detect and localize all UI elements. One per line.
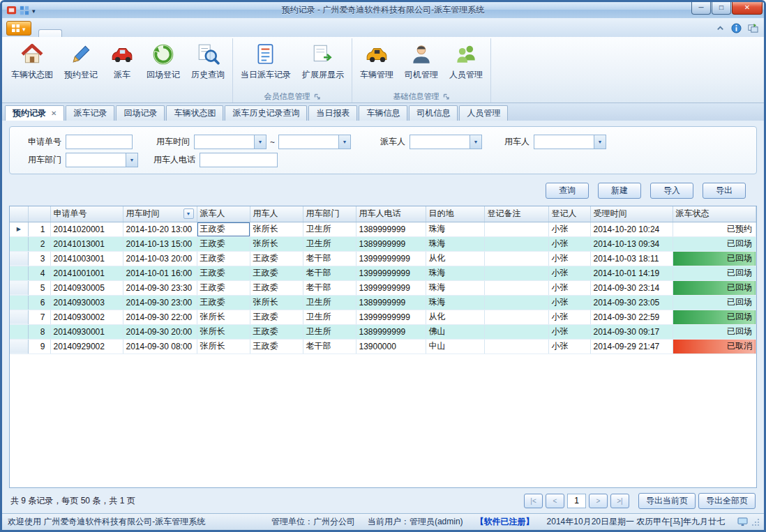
document-tab[interactable]: 车辆信息: [359, 105, 407, 121]
page-number-input[interactable]: [567, 494, 586, 508]
ribbon-button[interactable]: 车辆管理: [354, 39, 399, 91]
dept-cell: 卫生所: [303, 295, 356, 310]
daily-record-icon: [254, 43, 278, 66]
table-row[interactable]: 7 20140930002 2014-09-30 22:00 张所长 王政委 卫…: [10, 310, 756, 324]
header-apply-no[interactable]: 申请单号: [50, 206, 123, 222]
apply-no-input[interactable]: [66, 135, 133, 149]
ribbon-button[interactable]: 派车: [103, 39, 141, 91]
quick-access-grid-icon[interactable]: [20, 6, 29, 15]
header-remark[interactable]: 登记备注: [484, 206, 548, 222]
info-icon[interactable]: [731, 23, 742, 33]
document-tab[interactable]: 司机信息: [409, 105, 458, 121]
export-current-page-button[interactable]: 导出当前页: [638, 493, 696, 509]
app-menu-button[interactable]: [6, 21, 31, 36]
dialog-launcher-icon[interactable]: [314, 93, 321, 100]
ribbon-tab[interactable]: [38, 29, 62, 37]
prev-page-button[interactable]: <: [546, 494, 564, 508]
document-tab[interactable]: 车辆状态图: [166, 105, 223, 121]
welcome-text: 欢迎使用 广州爱奇迪软件科技有限公司-派车管理系统: [8, 516, 205, 528]
document-tab[interactable]: 当日报表: [308, 105, 357, 121]
chevron-down-icon[interactable]: [254, 135, 266, 149]
tab-close-icon[interactable]: ✕: [51, 109, 57, 117]
close-button[interactable]: ✕: [732, 2, 763, 15]
accept-time-cell: 2014-10-13 09:34: [590, 236, 673, 251]
ribbon-tab[interactable]: [62, 29, 84, 37]
apply-no-cell: 20141020001: [50, 222, 123, 236]
table-row[interactable]: 1 20141020001 2014-10-20 13:00 王政委 张所长 卫…: [10, 222, 756, 236]
document-tab[interactable]: 预约记录 ✕: [5, 105, 64, 121]
query-button[interactable]: 查询: [546, 183, 589, 199]
ribbon-button[interactable]: 人员管理: [444, 39, 488, 91]
ribbon-button[interactable]: 车辆状态图: [6, 39, 59, 91]
use-time-from-select[interactable]: [194, 135, 266, 149]
document-tab[interactable]: 回场记录: [116, 105, 165, 121]
dispatcher-select[interactable]: [410, 135, 482, 149]
status-cell: 已预约: [673, 222, 756, 236]
row-number-cell: 2: [28, 236, 50, 251]
chevron-down-icon[interactable]: [338, 135, 350, 149]
next-page-button[interactable]: >: [589, 494, 608, 508]
table-row[interactable]: 2 20141013001 2014-10-13 15:00 王政委 张所长 卫…: [10, 236, 756, 251]
header-dispatcher[interactable]: 派车人: [197, 206, 250, 222]
table-row[interactable]: 9 20140929002 2014-09-30 08:00 张所长 王政委 老…: [10, 339, 756, 354]
ribbon-button[interactable]: 历史查询: [186, 39, 230, 91]
document-tab[interactable]: 人员管理: [459, 105, 508, 121]
chevron-down-icon[interactable]: [126, 153, 137, 167]
header-destination[interactable]: 目的地: [426, 206, 484, 222]
accept-time-cell: 2014-09-30 23:14: [590, 280, 673, 295]
column-filter-icon[interactable]: [183, 208, 194, 219]
apply-no-cell: 20140930001: [50, 324, 123, 339]
apply-no-cell: 20141013001: [50, 236, 123, 251]
ribbon-button[interactable]: 回场登记: [141, 39, 186, 91]
user-select[interactable]: [534, 135, 606, 149]
ribbon-button[interactable]: 扩展屏显示: [296, 39, 350, 91]
document-tab[interactable]: 派车记录: [66, 105, 114, 121]
export-button[interactable]: 导出: [703, 183, 746, 199]
phone-input[interactable]: [200, 153, 278, 167]
table-row[interactable]: 3 20141003001 2014-10-03 20:00 王政委 王政委 老…: [10, 251, 756, 266]
ribbon-button[interactable]: 司机管理: [399, 39, 444, 91]
table-row[interactable]: 4 20141001001 2014-10-01 16:00 王政委 王政委 老…: [10, 266, 756, 280]
document-tab[interactable]: 派车历史记录查询: [225, 105, 307, 121]
status-cell: 已回场: [673, 324, 756, 339]
chevron-down-icon[interactable]: [470, 135, 481, 149]
dept-select[interactable]: [66, 153, 138, 167]
status-cell: 已回场: [673, 251, 756, 266]
table-row[interactable]: 5 20140930005 2014-09-30 23:30 王政委 王政委 老…: [10, 280, 756, 295]
quick-access-dropdown-icon[interactable]: [32, 6, 36, 15]
resize-grip[interactable]: [751, 518, 760, 526]
last-page-button[interactable]: >|: [610, 494, 629, 508]
ribbon: 车辆状态图 预约登记 派车 回场登记 历史查询: [2, 37, 764, 103]
row-number-cell: 6: [28, 295, 50, 310]
table-row[interactable]: 8 20140930001 2014-09-30 20:00 张所长 王政委 卫…: [10, 324, 756, 339]
maximize-button[interactable]: □: [712, 2, 731, 15]
grid-footer: 共 9 条记录，每页 50 条，共 1 页 |< < > >| 导出当前页 导出…: [9, 488, 757, 512]
user-cell: 王政委: [250, 266, 303, 280]
use-time-to-select[interactable]: [278, 135, 351, 149]
header-phone[interactable]: 用车人电话: [356, 206, 426, 222]
header-accept-time[interactable]: 受理时间: [590, 206, 673, 222]
header-registrar[interactable]: 登记人: [548, 206, 590, 222]
minimize-button[interactable]: ─: [691, 2, 711, 15]
ribbon-collapse-icon[interactable]: [716, 24, 725, 33]
header-dept[interactable]: 用车部门: [303, 206, 356, 222]
row-indicator: [10, 222, 28, 236]
export-all-pages-button[interactable]: 导出全部页: [698, 493, 756, 509]
table-row[interactable]: 6 20140930003 2014-09-30 23:00 王政委 张所长 卫…: [10, 295, 756, 310]
header-use-time[interactable]: 用车时间: [123, 206, 197, 222]
apply-no-cell: 20140930002: [50, 310, 123, 324]
header-user[interactable]: 用车人: [250, 206, 303, 222]
ribbon-button[interactable]: 当日派车记录: [235, 39, 296, 91]
import-button[interactable]: 导入: [650, 183, 693, 199]
switch-window-icon[interactable]: [748, 23, 758, 33]
dialog-launcher-icon[interactable]: [443, 93, 450, 100]
use-time-label: 用车时间: [148, 136, 190, 148]
header-status[interactable]: 派车状态: [673, 206, 756, 222]
first-page-button[interactable]: |<: [524, 494, 543, 508]
ribbon-button[interactable]: 预约登记: [59, 39, 103, 91]
grid-header-row: 申请单号 用车时间 派车人 用车人 用车部门 用车人电话 目的地 登记备注: [10, 206, 756, 222]
chevron-down-icon[interactable]: [594, 135, 606, 149]
accept-time-cell: 2014-09-30 23:05: [590, 295, 673, 310]
create-button[interactable]: 新建: [598, 183, 641, 199]
registered-link[interactable]: 【软件已注册】: [476, 516, 534, 528]
